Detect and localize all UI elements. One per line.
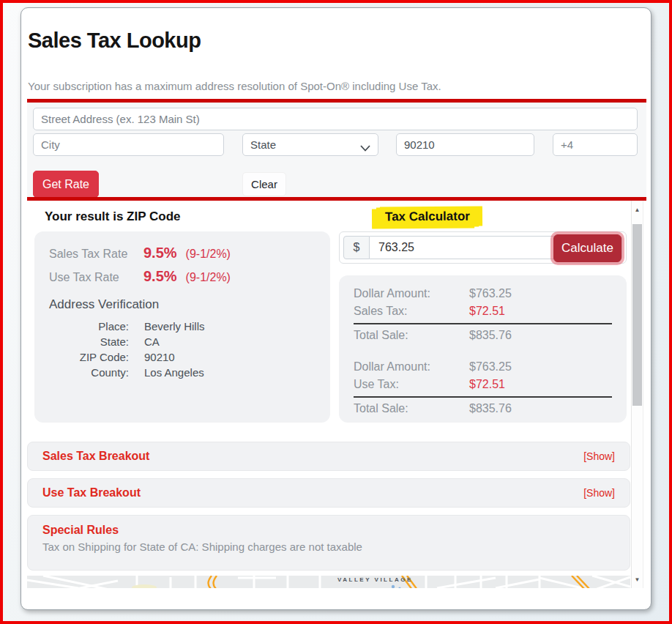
page-subtitle: Your subscription has a maximum address … xyxy=(28,80,441,92)
show-link[interactable]: [Show] xyxy=(583,450,615,462)
address-label: State: xyxy=(49,334,129,349)
plus4-input[interactable] xyxy=(553,133,638,156)
scrollbar[interactable]: ▲ ▼ xyxy=(631,201,643,588)
special-rules-section: Special Rules Tax on Shipping for State … xyxy=(27,515,630,571)
rates-panel: Sales Tax Rate 9.5% (9-1/2%) Use Tax Rat… xyxy=(34,231,330,423)
calc-label: Total Sale: xyxy=(354,400,469,417)
address-verification-rows: Place: Beverly Hills State: CA ZIP Code:… xyxy=(49,319,316,380)
street-address-input[interactable] xyxy=(33,108,638,130)
calc-label: Dollar Amount: xyxy=(354,285,469,302)
calc-label: Use Tax: xyxy=(354,376,469,393)
show-link[interactable]: [Show] xyxy=(583,487,615,499)
calc-label: Sales Tax: xyxy=(354,302,469,320)
rate-label: Sales Tax Rate xyxy=(49,248,143,261)
use-tax-rate-row: Use Tax Rate 9.5% (9-1/2%) xyxy=(49,268,316,285)
address-label: Place: xyxy=(49,319,129,334)
address-row: Place: Beverly Hills xyxy=(49,319,316,334)
page-title: Sales Tax Lookup xyxy=(28,29,201,53)
special-rules-text: Tax on Shipping for State of CA: Shippin… xyxy=(42,541,615,553)
calc-results-panel: Dollar Amount: $763.25 Sales Tax: $72.51… xyxy=(339,275,627,423)
special-rules-title: Special Rules xyxy=(42,524,615,537)
sales-tax-calc-group: Dollar Amount: $763.25 Sales Tax: $72.51… xyxy=(354,285,612,344)
amount-input-group: $ Calculate xyxy=(339,231,627,264)
calc-label: Dollar Amount: xyxy=(354,358,469,376)
calc-total-divider xyxy=(354,323,612,324)
calc-value: $835.76 xyxy=(469,400,512,417)
app-card: Sales Tax Lookup Your subscription has a… xyxy=(20,7,652,610)
address-label: ZIP Code: xyxy=(49,349,129,365)
calc-value: $835.76 xyxy=(469,327,512,344)
calc-total-divider xyxy=(354,396,612,398)
address-form: State Get Rate Clear xyxy=(27,103,646,197)
rate-fraction: (9-1/2%) xyxy=(186,248,231,261)
breakout-title: Use Tax Breakout xyxy=(42,486,141,499)
calc-value: $763.25 xyxy=(469,358,512,376)
address-value: CA xyxy=(144,334,160,349)
address-verification-heading: Address Verification xyxy=(49,297,316,312)
rate-value: 9.5% xyxy=(143,245,177,261)
tax-calculator-heading: Tax Calculator xyxy=(376,207,479,228)
calculate-button[interactable]: Calculate xyxy=(553,234,621,262)
calc-value: $763.25 xyxy=(469,285,512,302)
result-heading: Your result is ZIP Code xyxy=(45,209,180,224)
sales-tax-rate-row: Sales Tax Rate 9.5% (9-1/2%) xyxy=(49,245,316,261)
breakout-section-sales: Sales Tax Breakout [Show] xyxy=(27,442,630,471)
calc-row: Dollar Amount: $763.25 xyxy=(354,285,612,302)
calc-row: Use Tax: $72.51 xyxy=(354,376,612,393)
scroll-up-button[interactable]: ▲ xyxy=(632,202,643,217)
scroll-thumb[interactable] xyxy=(632,224,642,406)
rate-value: 9.5% xyxy=(143,268,177,285)
address-value: Beverly Hills xyxy=(144,319,205,334)
city-input[interactable] xyxy=(33,133,224,156)
address-value: 90210 xyxy=(144,349,175,365)
rate-label: Use Tax Rate xyxy=(49,271,143,284)
results-scroll-area: Your result is ZIP Code Tax Calculator S… xyxy=(27,201,631,588)
calc-total-row: Total Sale: $835.76 xyxy=(354,327,612,344)
calc-value-tax: $72.51 xyxy=(469,376,505,393)
breakout-title: Sales Tax Breakout xyxy=(42,450,149,463)
state-select[interactable]: State xyxy=(242,133,378,156)
calc-label: Total Sale: xyxy=(354,327,469,344)
calc-row: Sales Tax: $72.51 xyxy=(354,302,612,320)
rate-fraction: (9-1/2%) xyxy=(186,271,231,284)
currency-addon: $ xyxy=(343,236,370,259)
use-tax-calc-group: Dollar Amount: $763.25 Use Tax: $72.51 T… xyxy=(354,358,612,417)
map-area-label: VALLEY VILLAGE xyxy=(337,576,413,583)
address-label: County: xyxy=(49,365,129,380)
map-preview[interactable]: VALLEY VILLAGE xyxy=(27,576,630,588)
clear-button[interactable]: Clear xyxy=(242,172,286,196)
scroll-down-button[interactable]: ▼ xyxy=(632,572,643,587)
address-row: ZIP Code: 90210 xyxy=(49,349,316,365)
page-background: { "page": { "title": "Sales Tax Lookup",… xyxy=(0,0,672,624)
address-value: Los Angeles xyxy=(144,365,204,380)
zip-input[interactable] xyxy=(396,133,534,156)
breakout-section-use: Use Tax Breakout [Show] xyxy=(27,478,630,508)
calc-row: Dollar Amount: $763.25 xyxy=(354,358,612,376)
calc-value-tax: $72.51 xyxy=(469,302,505,320)
get-rate-button[interactable]: Get Rate xyxy=(33,171,99,198)
calc-total-row: Total Sale: $835.76 xyxy=(354,400,612,417)
address-row: County: Los Angeles xyxy=(49,365,316,380)
address-row: State: CA xyxy=(49,334,316,349)
